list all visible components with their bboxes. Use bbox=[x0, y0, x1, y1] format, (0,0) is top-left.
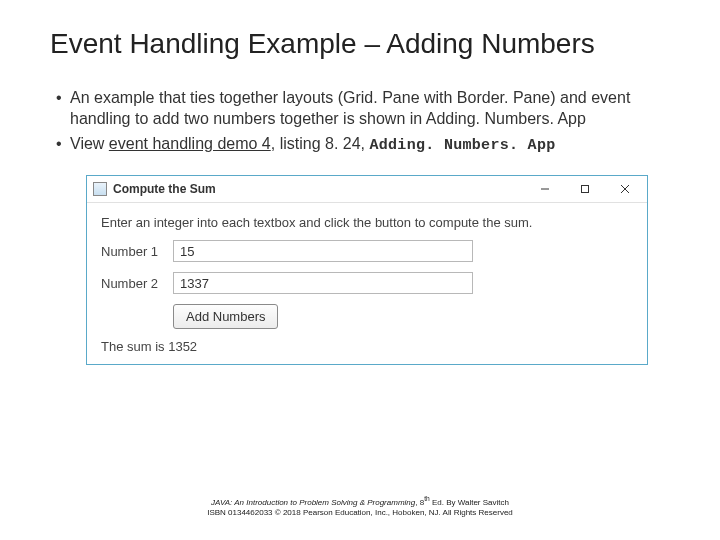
maximize-icon[interactable] bbox=[565, 177, 605, 201]
app-window: Compute the Sum Enter an integer into ea… bbox=[86, 175, 648, 365]
footer-citation: JAVA: An Introduction to Problem Solving… bbox=[0, 495, 720, 518]
number1-input[interactable] bbox=[173, 240, 473, 262]
add-numbers-button[interactable]: Add Numbers bbox=[173, 304, 278, 329]
bullet-text: , listing 8. 24, bbox=[271, 135, 370, 152]
footer-title: JAVA: An Introduction to Problem Solving… bbox=[211, 498, 415, 507]
form-row: Number 1 bbox=[101, 240, 633, 262]
bullet-list: An example that ties together layouts (G… bbox=[56, 88, 670, 155]
svg-rect-1 bbox=[582, 186, 589, 193]
class-name-code: Adding. Numbers. App bbox=[369, 137, 555, 154]
minimize-icon[interactable] bbox=[525, 177, 565, 201]
number2-input[interactable] bbox=[173, 272, 473, 294]
footer-text: ISBN 0134462033 © 2018 Pearson Education… bbox=[0, 508, 720, 518]
demo-link[interactable]: event handling demo 4 bbox=[109, 135, 271, 152]
bullet-text: View bbox=[70, 135, 109, 152]
form-row: Number 2 bbox=[101, 272, 633, 294]
window-client-area: Enter an integer into each textbox and c… bbox=[87, 203, 647, 364]
bullet-item: An example that ties together layouts (G… bbox=[56, 88, 670, 130]
bullet-item: View event handling demo 4, listing 8. 2… bbox=[56, 134, 670, 156]
slide-title: Event Handling Example – Adding Numbers bbox=[50, 28, 670, 60]
titlebar: Compute the Sum bbox=[87, 176, 647, 203]
instruction-text: Enter an integer into each textbox and c… bbox=[101, 215, 633, 230]
window-title: Compute the Sum bbox=[113, 182, 525, 196]
button-row: Add Numbers bbox=[101, 304, 633, 329]
close-icon[interactable] bbox=[605, 177, 645, 201]
footer-text: Ed. By Walter Savitch bbox=[430, 498, 509, 507]
footer-text: , 8 bbox=[415, 498, 424, 507]
number2-label: Number 2 bbox=[101, 276, 173, 291]
number1-label: Number 1 bbox=[101, 244, 173, 259]
app-icon bbox=[93, 182, 107, 196]
result-text: The sum is 1352 bbox=[101, 339, 633, 354]
